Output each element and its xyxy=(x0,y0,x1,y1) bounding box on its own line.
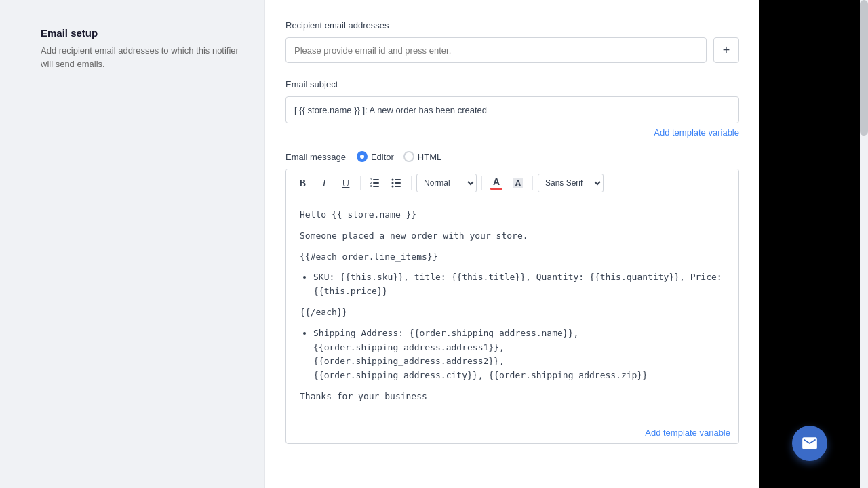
add-email-button[interactable]: + xyxy=(713,37,739,63)
italic-button[interactable]: I xyxy=(315,174,334,192)
message-label: Email message xyxy=(285,152,346,162)
editor-list-item-1: SKU: {{this.sku}}, title: {{this.title}}… xyxy=(313,270,725,299)
editor-list-2: Shipping Address: {{order.shipping_addre… xyxy=(313,327,725,383)
font-color-button[interactable]: A xyxy=(487,174,506,192)
editor-body[interactable]: Hello {{ store.name }} Someone placed a … xyxy=(286,197,738,422)
html-label: HTML xyxy=(418,152,441,162)
highlight-icon: A xyxy=(513,178,522,188)
add-template-variable-link-subject[interactable]: Add template variable xyxy=(285,127,739,138)
main-content: Recipient email addresses + Email subjec… xyxy=(264,0,760,488)
svg-rect-1 xyxy=(373,182,379,184)
svg-rect-8 xyxy=(395,186,401,187)
underline-button[interactable]: U xyxy=(336,174,355,192)
recipient-email-input[interactable] xyxy=(285,37,707,63)
editor-container: B I U 1 2 3 xyxy=(285,169,739,444)
editor-list-item-2: Shipping Address: {{order.shipping_addre… xyxy=(313,327,725,383)
svg-point-11 xyxy=(392,186,394,188)
message-type-radio-group: Editor HTML xyxy=(357,151,441,162)
bottom-link-row: Add template variable xyxy=(286,422,738,443)
font-color-icon: A xyxy=(493,176,500,187)
editor-line-3: {{#each order.line_items}} xyxy=(300,250,725,264)
mail-icon xyxy=(801,434,818,452)
font-family-select[interactable]: Sans Serif Serif Monospace xyxy=(538,174,604,192)
add-template-variable-link-bottom[interactable]: Add template variable xyxy=(294,428,730,438)
subject-input[interactable] xyxy=(285,96,739,123)
message-section: Email message Editor HTML B xyxy=(285,151,739,444)
editor-line-2: Someone placed a new order with your sto… xyxy=(300,229,725,243)
html-radio[interactable] xyxy=(403,151,414,162)
floating-mail-button[interactable] xyxy=(792,426,827,461)
scrollbar-thumb[interactable] xyxy=(860,0,868,136)
section-description: Add recipient email addresses to which t… xyxy=(41,44,244,70)
svg-point-9 xyxy=(392,179,394,181)
toolbar-divider-2 xyxy=(411,176,412,190)
message-header: Email message Editor HTML xyxy=(285,151,739,162)
subject-label: Email subject xyxy=(285,79,739,89)
editor-option[interactable]: Editor xyxy=(357,151,394,162)
font-highlight-button[interactable]: A xyxy=(509,174,528,192)
editor-line-4: {{/each}} xyxy=(300,306,725,320)
svg-rect-7 xyxy=(395,182,401,184)
ordered-list-button[interactable]: 1 2 3 xyxy=(366,174,384,192)
toolbar-divider-4 xyxy=(532,176,533,190)
font-color-underline xyxy=(490,188,502,190)
editor-radio[interactable] xyxy=(357,151,368,162)
editor-list-1: SKU: {{this.sku}}, title: {{this.title}}… xyxy=(313,270,725,299)
bold-button[interactable]: B xyxy=(293,174,312,192)
heading-select[interactable]: Normal Heading 1 Heading 2 Heading 3 xyxy=(416,174,477,192)
svg-rect-0 xyxy=(373,179,379,180)
editor-line-1: Hello {{ store.name }} xyxy=(300,208,725,222)
toolbar-divider-3 xyxy=(481,176,482,190)
section-title: Email setup xyxy=(41,27,244,39)
svg-rect-2 xyxy=(373,186,379,187)
editor-line-5: Thanks for your business xyxy=(300,390,725,404)
left-panel: Email setup Add recipient email addresse… xyxy=(0,0,264,488)
editor-toolbar: B I U 1 2 3 xyxy=(286,169,738,197)
svg-text:3: 3 xyxy=(370,184,372,188)
scrollbar-track[interactable] xyxy=(860,0,868,488)
svg-point-10 xyxy=(392,182,394,184)
html-option[interactable]: HTML xyxy=(403,151,441,162)
svg-rect-6 xyxy=(395,179,401,180)
unordered-list-button[interactable] xyxy=(387,174,406,192)
editor-label: Editor xyxy=(371,152,394,162)
recipient-label: Recipient email addresses xyxy=(285,20,739,30)
recipient-row: + xyxy=(285,37,739,63)
right-bar xyxy=(760,0,868,488)
toolbar-divider-1 xyxy=(360,176,361,190)
subject-section: Email subject Add template variable xyxy=(285,79,739,138)
